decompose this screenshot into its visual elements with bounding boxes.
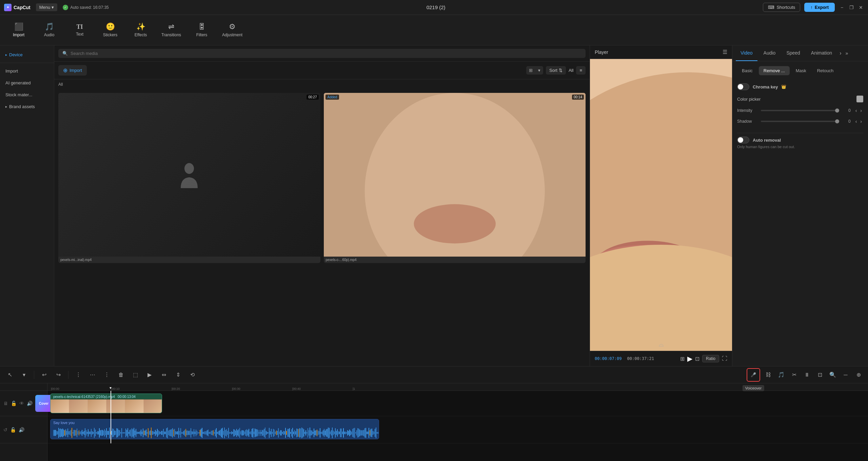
media-filename-1: pexels-mi...inal).mp4 (58, 257, 320, 263)
shadow-decrement[interactable]: ‹ (854, 118, 859, 125)
intensity-decrement[interactable]: ‹ (854, 107, 859, 114)
sidebar-item-ai-generated[interactable]: AI generated (0, 77, 54, 89)
mirror-tool[interactable]: ⇕ (172, 369, 184, 381)
sidebar-item-device[interactable]: ▸ Device (0, 49, 54, 61)
track-video-icon[interactable]: 🖥 (3, 401, 8, 406)
tab-speed[interactable]: Speed (782, 45, 805, 61)
track-lock-icon[interactable]: 🔓 (11, 401, 17, 406)
tab-more-icon[interactable]: › (838, 45, 843, 61)
freeze-frame-btn[interactable]: ⏸ (802, 369, 812, 380)
player-menu-icon[interactable]: ☰ (723, 49, 727, 55)
toolbar-label-text: Text (76, 32, 83, 37)
media-item[interactable]: Added 00:14 pexels-c-...60p).mp4 (324, 93, 586, 263)
toolbar-item-stickers[interactable]: 🙂 Stickers (95, 17, 125, 44)
timeline-scrollable[interactable]: |00:00 |00:10 |00:20 |00:30 |00:40 (47, 383, 868, 461)
link-clip-btn[interactable]: ⛓ (763, 369, 774, 380)
fit-to-screen-btn[interactable]: ⊡ (695, 356, 699, 362)
chroma-key-toggle[interactable] (737, 83, 749, 90)
close-button[interactable]: ✕ (858, 4, 864, 11)
split-tool[interactable]: ⋮ (73, 369, 84, 381)
toolbar-label-filters: Filters (196, 33, 208, 37)
zoom-slider[interactable]: ─ (840, 369, 851, 380)
search-input[interactable] (71, 51, 581, 56)
clip-frame-2 (69, 399, 88, 413)
split-at-playhead[interactable]: ⋯ (87, 369, 98, 381)
voiceover-button[interactable]: 🎤 (747, 368, 760, 382)
sidebar-item-stock[interactable]: Stock mater... (0, 89, 54, 101)
grid-view-ctrl-btn[interactable]: ⊞ (680, 356, 685, 362)
fullscreen-button[interactable]: ⛶ (722, 356, 727, 362)
menu-button[interactable]: Menu ▾ (36, 3, 58, 11)
rotate-tool[interactable]: ⟲ (186, 369, 198, 381)
select-tool[interactable]: ↖ (4, 369, 16, 381)
media-search-field[interactable]: 🔍 (58, 49, 586, 58)
wave-bar (266, 431, 267, 435)
tab-video[interactable]: Video (736, 45, 757, 61)
media-item[interactable]: 00:27 pexels-mi...inal).mp4 (58, 93, 320, 263)
track-mute-icon[interactable]: 🔊 (27, 401, 33, 406)
sidebar-item-brand[interactable]: ▸ Brand assets (0, 101, 54, 113)
sub-tab-basic[interactable]: Basic (737, 66, 757, 75)
zoom-out-btn[interactable]: 🔍 (827, 369, 838, 380)
zoom-in-btn[interactable]: ⊕ (853, 369, 864, 380)
audio-lock-icon[interactable]: 🔓 (10, 427, 16, 433)
toolbar-item-transitions[interactable]: ⇌ Transitions (156, 17, 186, 44)
crop-tool[interactable]: ⬚ (130, 369, 141, 381)
wave-bar (262, 430, 262, 436)
toolbar-item-filters[interactable]: 🎛 Filters (186, 17, 217, 44)
select-chevron[interactable]: ▾ (18, 369, 30, 381)
flip-tool[interactable]: ⇔ (158, 369, 170, 381)
wave-bar (264, 429, 264, 437)
wave-bar (212, 430, 213, 436)
window-controls: − ❐ ✕ (839, 4, 864, 11)
toolbar-item-adjustment[interactable]: ⚙ Adjustment (217, 17, 248, 44)
export-button[interactable]: ↑ Export (804, 3, 835, 12)
wave-bar (150, 430, 151, 435)
intensity-slider[interactable] (761, 110, 837, 111)
audio-volume-icon[interactable]: 🔊 (19, 427, 24, 433)
detach-audio-btn[interactable]: 🎵 (776, 369, 787, 380)
undo-button[interactable]: ↩ (38, 369, 50, 381)
color-picker-swatch[interactable] (856, 96, 863, 102)
toolbar-item-effects[interactable]: ✨ Effects (125, 17, 156, 44)
play-tool[interactable]: ▶ (144, 369, 155, 381)
shortcuts-button[interactable]: ⌨ Shortcuts (763, 3, 800, 12)
split-other[interactable]: ⋮ (101, 369, 113, 381)
toolbar-item-text[interactable]: TI Text (64, 17, 95, 44)
toolbar-item-import[interactable]: ⬛ Import (3, 17, 34, 44)
sidebar-item-import[interactable]: Import (0, 65, 54, 77)
sub-tab-mask[interactable]: Mask (791, 66, 811, 75)
sub-tab-retouch[interactable]: Retouch (812, 66, 838, 75)
import-button[interactable]: ⊕ Import (58, 65, 87, 76)
sub-tab-remove[interactable]: Remove ... (759, 66, 790, 75)
wave-bar (162, 431, 163, 435)
view-chevron[interactable]: ▾ (535, 66, 543, 75)
tab-expand-icon[interactable]: » (844, 46, 849, 61)
play-button[interactable]: ▶ (687, 355, 692, 363)
ratio-button[interactable]: Ratio (702, 355, 719, 362)
audio-clip[interactable]: Say love you (50, 419, 379, 439)
audio-rotate-icon[interactable]: ↺ (3, 427, 7, 433)
tab-audio[interactable]: Audio (759, 45, 781, 61)
maximize-button[interactable]: ❐ (848, 4, 854, 11)
grid-view-btn[interactable]: ⊞ (526, 66, 535, 75)
auto-removal-toggle[interactable] (737, 137, 749, 143)
shadow-slider[interactable] (761, 121, 837, 122)
subtitle-btn[interactable]: ⊡ (814, 369, 825, 380)
video-clip[interactable]: pexels-c-technical-6143537 (2160p).mp4 0… (50, 394, 162, 413)
sort-button[interactable]: Sort ⇅ (546, 66, 566, 75)
redo-button[interactable]: ↪ (53, 369, 64, 381)
intensity-increment[interactable]: › (859, 107, 863, 114)
delete-tool[interactable]: 🗑 (115, 369, 127, 381)
wave-bar (60, 428, 61, 437)
playhead[interactable] (111, 391, 111, 443)
filter-button[interactable]: ≡ (576, 66, 586, 75)
toolbar-divider-2 (68, 371, 68, 379)
split-audio-btn[interactable]: ✂ (789, 369, 800, 380)
track-eye-icon[interactable]: 👁 (19, 401, 24, 406)
toolbar-item-audio[interactable]: 🎵 Audio (34, 17, 64, 44)
tab-animation[interactable]: Animation (806, 45, 837, 61)
sidebar-divider (0, 63, 54, 63)
shadow-increment[interactable]: › (859, 118, 863, 125)
minimize-button[interactable]: − (839, 4, 845, 11)
